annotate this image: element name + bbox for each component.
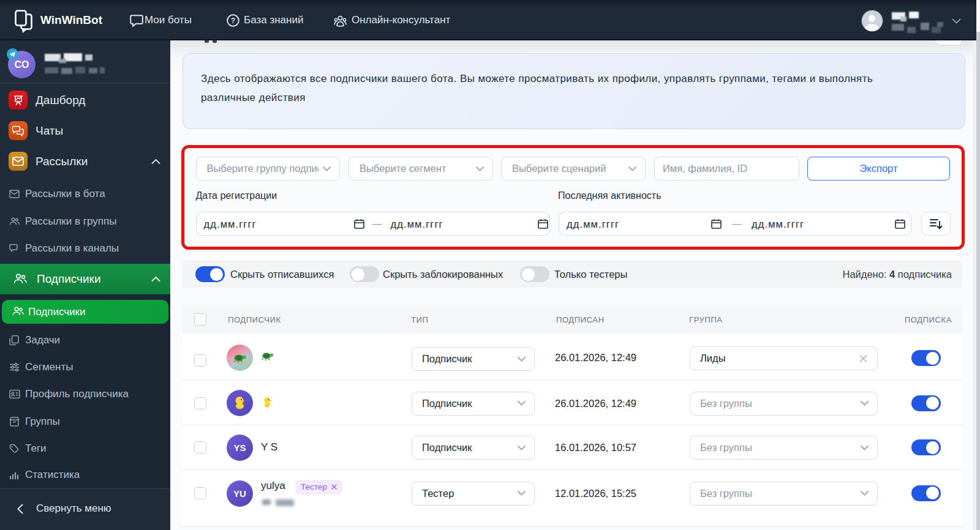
svg-text:?: ? [231, 17, 235, 25]
